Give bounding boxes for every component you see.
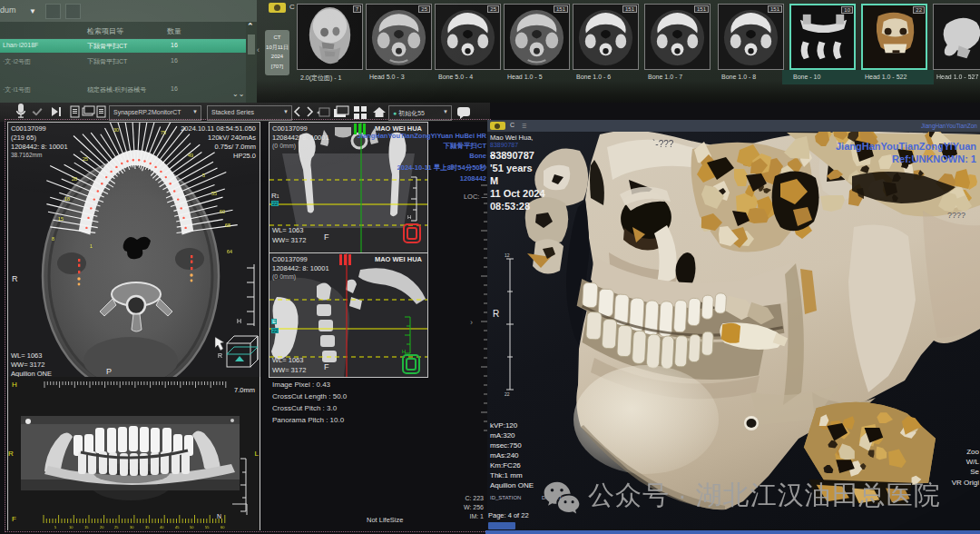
svg-text:18: 18 — [64, 196, 70, 202]
svg-text:68: 68 — [225, 222, 230, 228]
svg-text:55: 55 — [205, 525, 210, 529]
svg-text:55: 55 — [211, 191, 217, 196]
svg-text:25: 25 — [114, 525, 119, 529]
svg-text:8: 8 — [52, 236, 54, 242]
svg-text:5: 5 — [202, 173, 205, 178]
svg-text:H: H — [407, 214, 411, 220]
svg-text:35: 35 — [145, 525, 150, 529]
svg-text:28: 28 — [72, 176, 77, 182]
svg-text:12: 12 — [505, 252, 510, 258]
svg-text:30: 30 — [130, 525, 134, 529]
svg-text:60: 60 — [220, 209, 225, 214]
svg-text:1: 1 — [90, 243, 93, 249]
svg-text:22: 22 — [505, 391, 510, 397]
svg-text:75: 75 — [161, 130, 166, 135]
svg-text:10: 10 — [69, 525, 74, 529]
svg-text:30: 30 — [113, 127, 119, 133]
svg-text:64: 64 — [227, 249, 232, 254]
svg-text:15: 15 — [84, 525, 89, 529]
svg-text:40: 40 — [160, 525, 164, 529]
svg-text:`-???: `-??? — [652, 139, 674, 149]
svg-text:5: 5 — [54, 525, 57, 529]
svg-text:49: 49 — [188, 153, 193, 158]
svg-text:60: 60 — [220, 525, 225, 529]
svg-text:25: 25 — [83, 156, 88, 162]
svg-text:45: 45 — [175, 525, 180, 529]
svg-text:15: 15 — [58, 216, 64, 222]
svg-text:H: H — [402, 349, 406, 354]
svg-text:H: H — [237, 318, 241, 324]
svg-text:R: R — [218, 352, 222, 359]
svg-text:50: 50 — [190, 525, 194, 529]
svg-text:20: 20 — [100, 525, 104, 529]
